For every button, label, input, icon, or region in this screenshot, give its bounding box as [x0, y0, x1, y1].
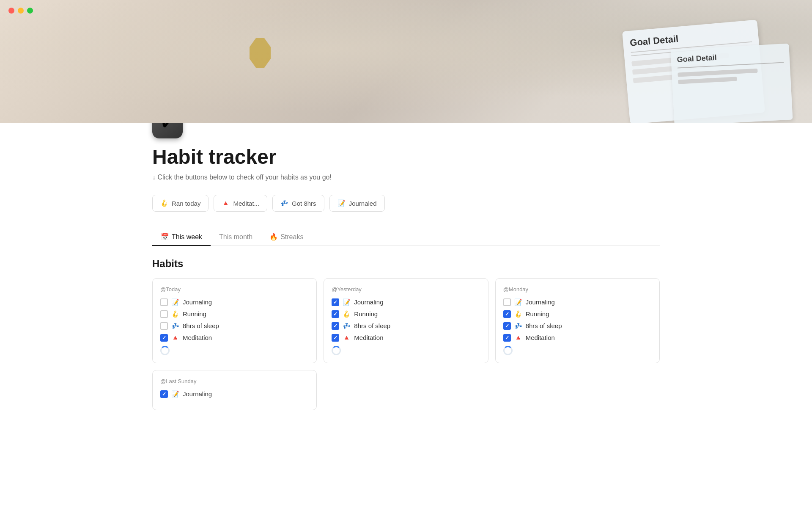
journal-icon: 📝: [337, 199, 346, 207]
calendar-icon: 📅: [161, 233, 169, 241]
journaling-icon-today: 📝: [171, 298, 179, 306]
list-item: 📝 Journaling: [503, 298, 652, 306]
checkbox-yesterday-sleep[interactable]: [332, 322, 339, 330]
card-date-last-sunday: @Last Sunday: [160, 378, 309, 384]
close-button[interactable]: [8, 8, 14, 14]
habit-label: 8hrs of sleep: [526, 322, 562, 329]
meditation-icon-today: 🔺: [171, 334, 179, 342]
habits-section-title: Habits: [152, 258, 660, 270]
journaling-icon-sunday: 📝: [171, 390, 179, 398]
action-sleep-label: Got 8hrs: [292, 200, 316, 207]
card-date-today: @Today: [160, 286, 309, 293]
list-item: 📝 Journaling: [160, 298, 309, 306]
meditation-icon-monday: 🔺: [514, 334, 522, 342]
list-item: 📝 Journaling: [332, 298, 480, 306]
meditation-icon: 🔺: [222, 199, 230, 207]
loading-spinner-yesterday: [332, 346, 341, 355]
habit-label: Meditation: [354, 334, 383, 341]
maximize-button[interactable]: [27, 8, 33, 14]
fire-icon: 🔥: [269, 233, 278, 241]
tab-this-month-label: This month: [219, 233, 252, 241]
checkbox-today-meditation[interactable]: [160, 334, 168, 342]
sleep-icon-today: 💤: [171, 322, 179, 330]
checkbox-yesterday-journaling[interactable]: [332, 298, 339, 306]
list-item: 💤 8hrs of sleep: [160, 322, 309, 330]
habit-label: 8hrs of sleep: [354, 322, 390, 329]
checkbox-monday-running[interactable]: [503, 310, 511, 318]
habit-label: Journaling: [183, 298, 212, 306]
sleep-icon-yesterday: 💤: [343, 322, 351, 330]
action-journal-label: Journaled: [349, 200, 377, 207]
action-meditate[interactable]: 🔺 Meditat...: [214, 195, 267, 212]
habit-card-monday: @Monday 📝 Journaling 🪝 Running 💤 8hrs of…: [495, 278, 660, 363]
habit-label: Running: [354, 310, 378, 318]
page-subtitle: ↓ Click the buttons below to check off y…: [152, 174, 660, 181]
habit-label: 8hrs of sleep: [183, 322, 219, 329]
list-item: 🔺 Meditation: [332, 334, 480, 342]
action-ran-today[interactable]: 🪝 Ran today: [152, 195, 208, 212]
action-meditate-label: Meditat...: [233, 200, 259, 207]
checkbox-today-journaling[interactable]: [160, 298, 168, 306]
traffic-lights: [8, 8, 33, 14]
header-image: Goal Detail Goal Detail: [0, 0, 812, 123]
action-sleep[interactable]: 💤 Got 8hrs: [272, 195, 324, 212]
checkbox-sunday-journaling[interactable]: [160, 390, 168, 398]
tab-streaks[interactable]: 🔥 Streaks: [261, 229, 312, 246]
running-icon-yesterday: 🪝: [343, 310, 351, 318]
running-icon-monday: 🪝: [514, 310, 522, 318]
meditation-icon-yesterday: 🔺: [343, 334, 351, 342]
quick-actions-bar: 🪝 Ran today 🔺 Meditat... 💤 Got 8hrs 📝 Jo…: [152, 195, 660, 212]
tab-bar: 📅 This week This month 🔥 Streaks: [152, 229, 660, 246]
checkbox-monday-sleep[interactable]: [503, 322, 511, 330]
card-date-monday: @Monday: [503, 286, 652, 293]
list-item: 💤 8hrs of sleep: [503, 322, 652, 330]
habit-label: Running: [526, 310, 549, 318]
habit-card-last-sunday: @Last Sunday 📝 Journaling: [152, 370, 317, 410]
tab-this-month[interactable]: This month: [211, 229, 261, 246]
tab-this-week-label: This week: [172, 233, 202, 241]
list-item: 🔺 Meditation: [503, 334, 652, 342]
habit-label: Journaling: [183, 390, 212, 398]
list-item: 📝 Journaling: [160, 390, 309, 398]
journaling-icon-yesterday: 📝: [343, 298, 351, 306]
sleep-icon-monday: 💤: [514, 322, 522, 330]
habits-bottom-row: @Last Sunday 📝 Journaling: [152, 370, 660, 410]
habit-card-yesterday: @Yesterday 📝 Journaling 🪝 Running 💤 8hrs…: [324, 278, 488, 363]
habit-card-today: @Today 📝 Journaling 🪝 Running 💤 8hrs of …: [152, 278, 317, 363]
card-date-yesterday: @Yesterday: [332, 286, 480, 293]
checkbox-monday-journaling[interactable]: [503, 298, 511, 306]
minimize-button[interactable]: [18, 8, 24, 14]
binder-clip-decoration: [250, 38, 271, 68]
list-item: 🪝 Running: [160, 310, 309, 318]
checkbox-monday-meditation[interactable]: [503, 334, 511, 342]
sleep-icon: 💤: [280, 199, 288, 207]
habit-label: Meditation: [526, 334, 555, 341]
tab-this-week[interactable]: 📅 This week: [152, 229, 211, 246]
habits-cards-grid: @Today 📝 Journaling 🪝 Running 💤 8hrs of …: [152, 278, 660, 363]
habit-label: Meditation: [183, 334, 212, 341]
running-icon-today: 🪝: [171, 310, 179, 318]
loading-spinner-monday: [503, 346, 513, 355]
action-journal[interactable]: 📝 Journaled: [329, 195, 385, 212]
checkbox-today-sleep[interactable]: [160, 322, 168, 330]
loading-spinner-today: [160, 346, 170, 355]
goal-detail-card-2: Goal Detail: [670, 44, 793, 123]
tab-streaks-label: Streaks: [280, 233, 303, 241]
list-item: 🔺 Meditation: [160, 334, 309, 342]
action-ran-label: Ran today: [172, 200, 200, 207]
list-item: 🪝 Running: [503, 310, 652, 318]
page-title: Habit tracker: [152, 145, 660, 168]
checkbox-yesterday-meditation[interactable]: [332, 334, 339, 342]
list-item: 💤 8hrs of sleep: [332, 322, 480, 330]
journaling-icon-monday: 📝: [514, 298, 522, 306]
habit-label: Journaling: [526, 298, 555, 306]
habit-label: Journaling: [354, 298, 383, 306]
habit-label: Running: [183, 310, 206, 318]
checkbox-yesterday-running[interactable]: [332, 310, 339, 318]
checkbox-today-running[interactable]: [160, 310, 168, 318]
running-icon: 🪝: [160, 199, 168, 207]
list-item: 🪝 Running: [332, 310, 480, 318]
